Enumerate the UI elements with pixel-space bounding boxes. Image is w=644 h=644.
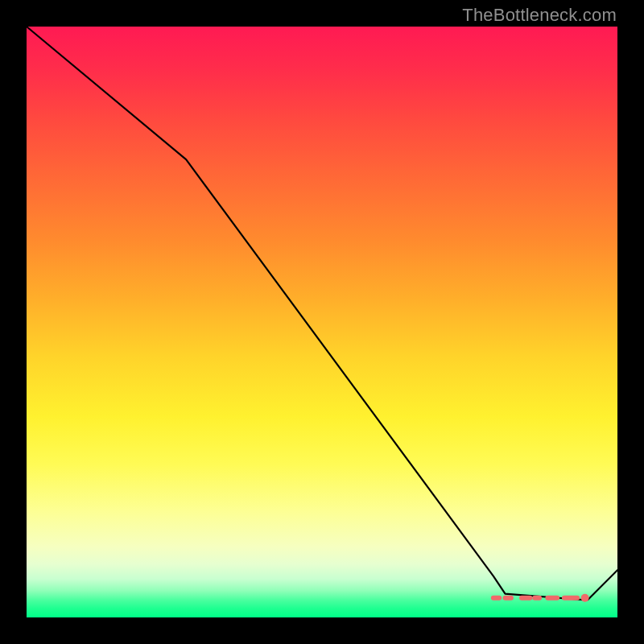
chart-stage: TheBottleneck.com	[0, 0, 644, 644]
watermark-text: TheBottleneck.com	[462, 5, 617, 26]
end-dot-marker	[581, 594, 589, 602]
series-curve	[27, 27, 617, 600]
chart-overlay	[27, 27, 617, 617]
